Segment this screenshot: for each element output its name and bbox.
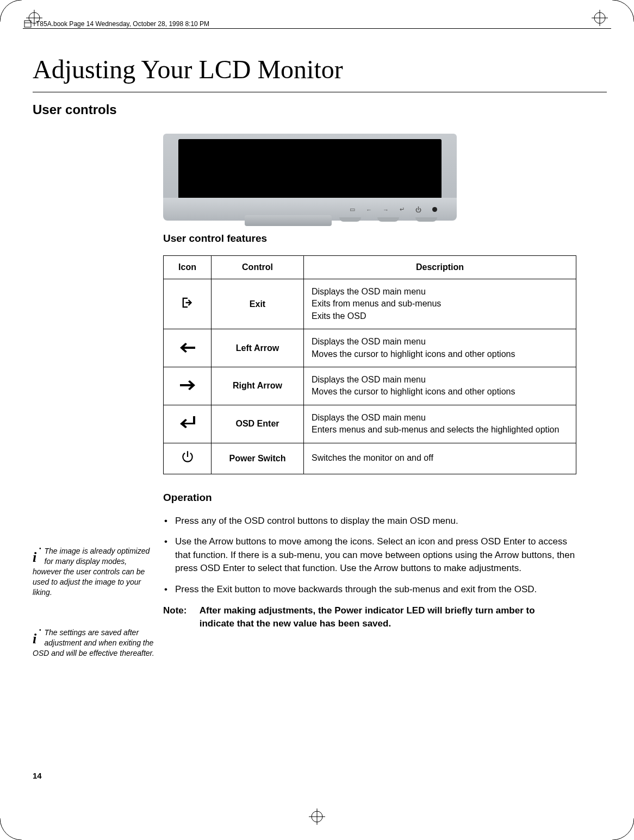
ctrl-right: Right Arrow <box>212 367 304 405</box>
crop-top-right <box>612 0 634 22</box>
monitor-enter-icon: ↵ <box>400 206 405 213</box>
registration-bottom <box>309 808 325 825</box>
sidenote-text: The settings are saved after adjustment … <box>33 628 154 657</box>
registration-top-right <box>592 10 608 26</box>
left-arrow-icon <box>180 343 195 353</box>
monitor-power-icon: ⏻ <box>415 206 421 213</box>
th-description: Description <box>304 256 576 279</box>
ctrl-exit: Exit <box>212 279 304 329</box>
table-row: OSD Enter Displays the OSD main menuEnte… <box>164 405 576 443</box>
crop-bottom-left <box>0 818 22 840</box>
header-text: T85A.book Page 14 Wednesday, October 28,… <box>36 20 209 28</box>
page-number: 14 <box>33 771 42 780</box>
sidenote-2: i The settings are saved after adjustmen… <box>33 628 158 659</box>
th-control: Control <box>212 256 304 279</box>
header-rule <box>23 28 611 29</box>
power-icon <box>181 450 195 464</box>
list-item: Press the Exit button to move backwards … <box>163 583 576 597</box>
book-icon <box>23 19 33 29</box>
ctrl-enter: OSD Enter <box>212 405 304 443</box>
monitor-illustration: ▭ ← → ↵ ⏻ <box>163 134 457 221</box>
monitor-right-icon: → <box>383 206 389 213</box>
exit-icon <box>180 295 195 310</box>
info-icon: i <box>33 546 41 563</box>
table-row: Left Arrow Displays the OSD main menuMov… <box>164 329 576 367</box>
sidenote-1: i The image is already optimized for man… <box>33 546 158 597</box>
svg-rect-6 <box>24 21 31 27</box>
note-block: Note: After making adjustments, the Powe… <box>163 604 576 631</box>
crop-bottom-right <box>612 818 634 840</box>
info-icon: i <box>33 628 41 645</box>
ctrl-power: Power Switch <box>212 443 304 474</box>
desc-right: Displays the OSD main menuMoves the curs… <box>304 367 576 405</box>
right-arrow-icon <box>180 380 195 390</box>
title-rule <box>33 92 607 92</box>
desc-left: Displays the OSD main menuMoves the curs… <box>304 329 576 367</box>
sidenote-text: The image is already optimized for many … <box>33 547 150 597</box>
desc-enter: Displays the OSD main menuEnters menus a… <box>304 405 576 443</box>
monitor-power-led <box>432 207 437 212</box>
monitor-left-icon: ← <box>366 206 372 213</box>
desc-exit: Displays the OSD main menuExits from men… <box>304 279 576 329</box>
list-item: Use the Arrow buttons to move among the … <box>163 535 576 575</box>
list-item: Press any of the OSD control buttons to … <box>163 515 576 528</box>
running-header: T85A.book Page 14 Wednesday, October 28,… <box>23 19 209 29</box>
note-label: Note: <box>163 604 197 618</box>
crop-top-left <box>0 0 22 22</box>
operation-heading: Operation <box>163 492 576 504</box>
ctrl-left: Left Arrow <box>212 329 304 367</box>
table-row: Power Switch Switches the monitor on and… <box>164 443 576 474</box>
desc-power: Switches the monitor on and off <box>304 443 576 474</box>
note-body: After making adjustments, the Power indi… <box>200 604 569 631</box>
table-row: Exit Displays the OSD main menuExits fro… <box>164 279 576 329</box>
table-row: Right Arrow Displays the OSD main menuMo… <box>164 367 576 405</box>
controls-table: Icon Control Description Exit Displays t… <box>163 255 576 474</box>
page-title: Adjusting Your LCD Monitor <box>33 54 607 84</box>
features-heading: User control features <box>163 233 576 245</box>
enter-icon <box>180 416 195 428</box>
section-heading: User controls <box>33 102 607 117</box>
th-icon: Icon <box>164 256 212 279</box>
monitor-exit-icon: ▭ <box>350 206 355 213</box>
operation-list: Press any of the OSD control buttons to … <box>163 515 576 597</box>
